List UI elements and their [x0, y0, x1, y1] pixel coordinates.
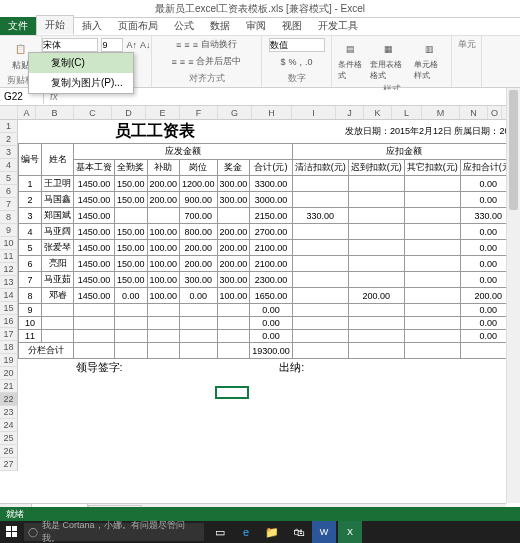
cell-other[interactable] [404, 240, 460, 256]
row-7[interactable]: 7 [0, 198, 18, 211]
folder-icon[interactable]: 📁 [260, 521, 284, 543]
cell-clean[interactable] [292, 176, 348, 192]
cell-perf[interactable]: 150.00 [115, 272, 148, 288]
cell-clean[interactable] [292, 192, 348, 208]
col-F[interactable]: F [180, 106, 218, 119]
cell-perf[interactable] [115, 208, 148, 224]
cell-perf[interactable] [115, 317, 148, 330]
cell-clean[interactable] [292, 272, 348, 288]
cell-name[interactable]: 邓睿 [42, 288, 74, 304]
col-I[interactable]: I [292, 106, 336, 119]
menu-view[interactable]: 视图 [274, 17, 310, 35]
col-J[interactable]: J [336, 106, 364, 119]
cell-no[interactable]: 6 [19, 256, 42, 272]
cell-allow[interactable]: 200.00 [147, 176, 180, 192]
cell-late[interactable] [348, 240, 404, 256]
col-O[interactable]: O [488, 106, 502, 119]
cell-total[interactable]: 2700.00 [250, 224, 293, 240]
col-C[interactable]: C [74, 106, 112, 119]
cell-clean[interactable]: 330.00 [292, 208, 348, 224]
menu-file[interactable]: 文件 [0, 17, 36, 35]
cell-allow[interactable]: 100.00 [147, 256, 180, 272]
cell-base[interactable]: 1450.00 [74, 288, 115, 304]
cell-base[interactable]: 1450.00 [74, 176, 115, 192]
cell-base[interactable]: 1450.00 [74, 224, 115, 240]
cell-late[interactable] [348, 330, 404, 343]
currency-icon[interactable]: $ [280, 57, 285, 67]
word-icon[interactable]: W [312, 521, 336, 543]
row-17[interactable]: 17 [0, 328, 18, 341]
cell-other[interactable] [404, 317, 460, 330]
align-top-icon[interactable]: ≡ [176, 40, 181, 50]
cell-late[interactable] [348, 272, 404, 288]
cell-other[interactable] [404, 224, 460, 240]
cell-other[interactable] [404, 208, 460, 224]
cell-other[interactable] [404, 304, 460, 317]
col-A[interactable]: A [18, 106, 36, 119]
row-5[interactable]: 5 [0, 172, 18, 185]
cell-clean[interactable] [292, 317, 348, 330]
cell-name[interactable]: 马国鑫 [42, 192, 74, 208]
menu-formula[interactable]: 公式 [166, 17, 202, 35]
cell-post[interactable]: 700.00 [180, 208, 218, 224]
row-8[interactable]: 8 [0, 211, 18, 224]
cell-late[interactable] [348, 317, 404, 330]
cell-no[interactable]: 11 [19, 330, 42, 343]
inc-dec-icon[interactable]: .0 [305, 57, 313, 67]
cell-post[interactable]: 1200.00 [180, 176, 218, 192]
menu-review[interactable]: 审阅 [238, 17, 274, 35]
row-16[interactable]: 16 [0, 315, 18, 328]
cell-late[interactable]: 200.00 [348, 288, 404, 304]
cell-clean[interactable] [292, 304, 348, 317]
menu-insert[interactable]: 插入 [74, 17, 110, 35]
shrink-font-icon[interactable]: A↓ [140, 40, 151, 50]
cell-no[interactable]: 2 [19, 192, 42, 208]
cell-perf[interactable]: 150.00 [115, 240, 148, 256]
row-6[interactable]: 6 [0, 185, 18, 198]
cell-name[interactable]: 马亚茹 [42, 272, 74, 288]
align-mid-icon[interactable]: ≡ [184, 40, 189, 50]
row-25[interactable]: 25 [0, 432, 18, 445]
col-L[interactable]: L [392, 106, 422, 119]
row-10[interactable]: 10 [0, 237, 18, 250]
row-4[interactable]: 4 [0, 159, 18, 172]
cell-late[interactable] [348, 208, 404, 224]
ctx-copy[interactable]: 复制(C) [29, 53, 133, 73]
cell-late[interactable] [348, 224, 404, 240]
cell-allow[interactable] [147, 317, 180, 330]
cell-name[interactable] [42, 317, 74, 330]
cell-allow[interactable]: 100.00 [147, 288, 180, 304]
cell-late[interactable] [348, 256, 404, 272]
row-24[interactable]: 24 [0, 419, 18, 432]
cell-other[interactable] [404, 176, 460, 192]
cell-total[interactable]: 0.00 [250, 330, 293, 343]
cell-post[interactable]: 300.00 [180, 272, 218, 288]
cell-allow[interactable] [147, 208, 180, 224]
cell-bonus[interactable] [217, 208, 250, 224]
cell-bonus[interactable]: 300.00 [217, 176, 250, 192]
merge-button[interactable]: 合并后居中 [196, 55, 241, 68]
cell-bonus[interactable] [217, 304, 250, 317]
cell-total[interactable]: 3300.00 [250, 176, 293, 192]
cell-post[interactable]: 0.00 [180, 288, 218, 304]
cell-clean[interactable] [292, 330, 348, 343]
cell-total[interactable]: 0.00 [250, 317, 293, 330]
cell-base[interactable] [74, 304, 115, 317]
cell-allow[interactable] [147, 330, 180, 343]
cell-perf[interactable]: 150.00 [115, 176, 148, 192]
cell-clean[interactable] [292, 224, 348, 240]
cell-allow[interactable] [147, 304, 180, 317]
menu-dev[interactable]: 开发工具 [310, 17, 366, 35]
row-20[interactable]: 20 [0, 367, 18, 380]
row-11[interactable]: 11 [0, 250, 18, 263]
row-22[interactable]: 22 [0, 393, 18, 406]
cell-bonus[interactable] [217, 317, 250, 330]
cell-base[interactable]: 1450.00 [74, 272, 115, 288]
cell-late[interactable] [348, 176, 404, 192]
cell-allow[interactable]: 100.00 [147, 240, 180, 256]
wrap-button[interactable]: 自动换行 [201, 38, 237, 51]
cell-perf[interactable]: 0.00 [115, 288, 148, 304]
vertical-scrollbar[interactable] [506, 88, 520, 503]
cell-perf[interactable] [115, 304, 148, 317]
col-D[interactable]: D [112, 106, 146, 119]
